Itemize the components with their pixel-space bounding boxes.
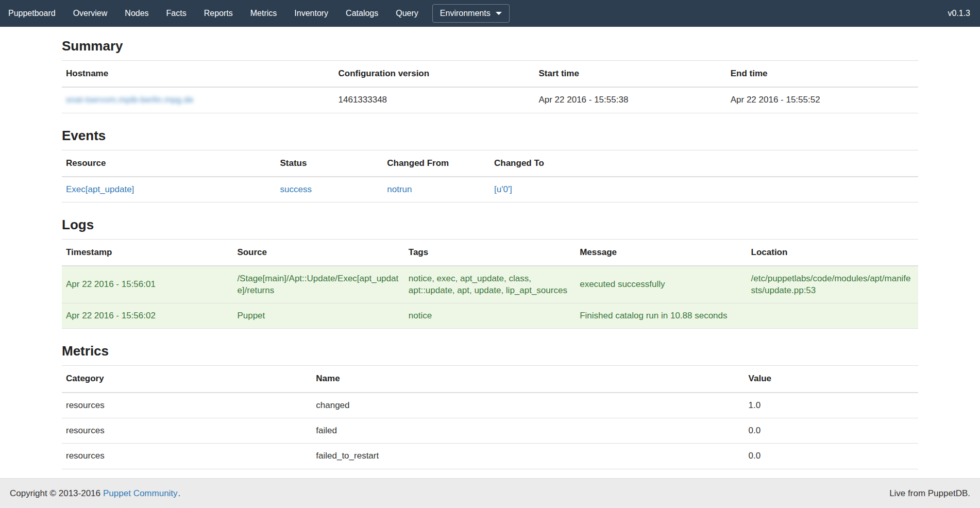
events-heading: Events (62, 128, 918, 144)
column-header-category: Category (62, 366, 312, 393)
metric-category-cell: resources (62, 418, 312, 444)
metrics-heading: Metrics (62, 343, 918, 359)
metrics-section: Metrics Category Name Value resources ch… (62, 343, 918, 469)
log-message-cell: Finished catalog run in 10.88 seconds (576, 303, 747, 329)
summary-section: Summary Hostname Configuration version S… (62, 38, 918, 113)
environments-dropdown-label: Environments (440, 9, 491, 18)
changed-to-link[interactable]: [u'0'] (494, 184, 512, 194)
nav-item-query[interactable]: Query (387, 0, 427, 27)
column-header-changed-from: Changed From (383, 150, 490, 177)
nav-item-metrics[interactable]: Metrics (242, 0, 286, 27)
brand-puppetboard[interactable]: Puppetboard (0, 0, 64, 27)
column-header-location: Location (747, 240, 918, 266)
summary-heading: Summary (62, 38, 918, 54)
metric-name-cell: changed (312, 393, 744, 418)
hostname-link[interactable]: snat-tservvm.mpib-berlin.mpg.de (66, 95, 194, 105)
column-header-start-time: Start time (534, 61, 726, 88)
resource-link[interactable]: Exec[apt_update] (66, 184, 134, 194)
changed-from-cell: notrun (383, 177, 490, 202)
table-row: snat-tservvm.mpib-berlin.mpg.de 14613333… (62, 87, 918, 113)
log-location-cell: /etc/puppetlabs/code/modules/apt/manifes… (747, 266, 918, 303)
log-location-cell (747, 303, 918, 329)
column-header-tags: Tags (404, 240, 576, 266)
logs-heading: Logs (62, 217, 918, 233)
table-header-row: Resource Status Changed From Changed To (62, 150, 918, 177)
column-header-changed-to: Changed To (490, 150, 918, 177)
hostname-cell: snat-tservvm.mpib-berlin.mpg.de (62, 87, 334, 113)
start-time-cell: Apr 22 2016 - 15:55:38 (534, 87, 726, 113)
nav-item-catalogs[interactable]: Catalogs (337, 0, 387, 27)
table-row: Apr 22 2016 - 15:56:02 Puppet notice Fin… (62, 303, 918, 329)
puppet-community-link[interactable]: Puppet Community (103, 488, 178, 498)
column-header-config-version: Configuration version (334, 61, 535, 88)
log-source-cell: Puppet (233, 303, 404, 329)
column-header-name: Name (312, 366, 744, 393)
log-source-cell: /Stage[main]/Apt::Update/Exec[apt_update… (233, 266, 404, 303)
column-header-hostname: Hostname (62, 61, 334, 88)
status-cell: success (276, 177, 383, 202)
table-header-row: Hostname Configuration version Start tim… (62, 61, 918, 88)
main-content: Summary Hostname Configuration version S… (62, 38, 918, 469)
table-row: Apr 22 2016 - 15:56:01 /Stage[main]/Apt:… (62, 266, 918, 303)
table-row: resources changed 1.0 (62, 393, 918, 418)
nav-item-reports[interactable]: Reports (195, 0, 242, 27)
column-header-message: Message (576, 240, 747, 266)
navbar: Puppetboard Overview Nodes Facts Reports… (0, 0, 980, 27)
end-time-cell: Apr 22 2016 - 15:55:52 (726, 87, 918, 113)
status-link[interactable]: success (280, 184, 312, 194)
table-header-row: Timestamp Source Tags Message Location (62, 240, 918, 266)
navbar-right: v0.1.3 (948, 0, 980, 27)
table-row: resources failed_to_restart 0.0 (62, 444, 918, 469)
metric-name-cell: failed (312, 418, 744, 444)
column-header-end-time: End time (726, 61, 918, 88)
logs-table: Timestamp Source Tags Message Location A… (62, 239, 918, 329)
nav-item-facts[interactable]: Facts (158, 0, 195, 27)
chevron-down-icon (496, 12, 502, 15)
config-version-cell: 1461333348 (334, 87, 535, 113)
metric-value-cell: 0.0 (745, 444, 918, 469)
metric-category-cell: resources (62, 444, 312, 469)
log-message-cell: executed successfully (576, 266, 747, 303)
events-table: Resource Status Changed From Changed To … (62, 150, 918, 203)
nav-item-inventory[interactable]: Inventory (285, 0, 337, 27)
nav-item-nodes[interactable]: Nodes (116, 0, 157, 27)
navbar-left: Puppetboard Overview Nodes Facts Reports… (0, 0, 515, 27)
log-timestamp-cell: Apr 22 2016 - 15:56:02 (62, 303, 233, 329)
copyright-text: Copyright © 2013-2016 (10, 488, 100, 498)
logs-section: Logs Timestamp Source Tags Message Locat… (62, 217, 918, 329)
footer-live-from-puppetdb: Live from PuppetDB. (889, 488, 970, 499)
events-section: Events Resource Status Changed From Chan… (62, 128, 918, 203)
footer: Copyright © 2013-2016Puppet Community. L… (0, 478, 980, 508)
table-header-row: Category Name Value (62, 366, 918, 393)
column-header-status: Status (276, 150, 383, 177)
resource-cell: Exec[apt_update] (62, 177, 276, 202)
version-label: v0.1.3 (948, 9, 970, 18)
changed-to-cell: [u'0'] (490, 177, 918, 202)
summary-table: Hostname Configuration version Start tim… (62, 60, 918, 113)
log-tags-cell: notice, exec, apt_update, class, apt::up… (404, 266, 576, 303)
copyright-period: . (178, 488, 181, 498)
metric-value-cell: 0.0 (745, 418, 918, 444)
column-header-value: Value (745, 366, 918, 393)
table-row: Exec[apt_update] success notrun [u'0'] (62, 177, 918, 202)
column-header-timestamp: Timestamp (62, 240, 233, 266)
environments-dropdown[interactable]: Environments (432, 4, 510, 23)
footer-copyright: Copyright © 2013-2016Puppet Community. (10, 488, 180, 499)
metric-category-cell: resources (62, 393, 312, 418)
changed-from-link[interactable]: notrun (387, 184, 412, 194)
metrics-table: Category Name Value resources changed 1.… (62, 365, 918, 469)
log-tags-cell: notice (404, 303, 576, 329)
metric-value-cell: 1.0 (745, 393, 918, 418)
nav-item-overview[interactable]: Overview (64, 0, 116, 27)
table-row: resources failed 0.0 (62, 418, 918, 444)
column-header-resource: Resource (62, 150, 276, 177)
metric-name-cell: failed_to_restart (312, 444, 744, 469)
column-header-source: Source (233, 240, 404, 266)
log-timestamp-cell: Apr 22 2016 - 15:56:01 (62, 266, 233, 303)
